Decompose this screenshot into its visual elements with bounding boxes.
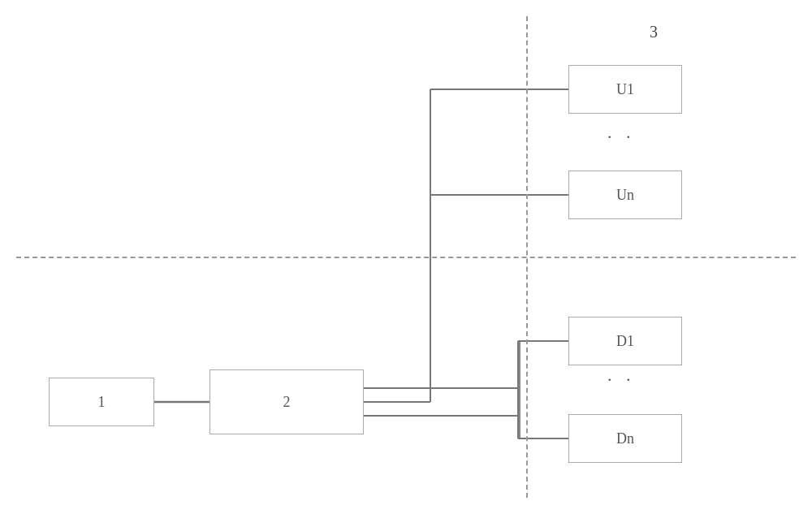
dots-top: · · bbox=[607, 127, 636, 148]
diagram-canvas: 3 1 2 U1 Un · · D1 · · Dn bbox=[0, 0, 812, 514]
node-label-d1: D1 bbox=[616, 333, 634, 350]
node-box-dn: Dn bbox=[568, 414, 682, 463]
node-box-un: Un bbox=[568, 171, 682, 219]
node-label-2: 2 bbox=[283, 394, 291, 411]
node-box-u1: U1 bbox=[568, 65, 682, 114]
group3-label: 3 bbox=[650, 23, 658, 41]
node-box-2: 2 bbox=[209, 369, 364, 434]
node-box-d1: D1 bbox=[568, 317, 682, 365]
horizontal-divider bbox=[16, 257, 796, 258]
node-label-u1: U1 bbox=[616, 81, 634, 98]
node-label-1: 1 bbox=[98, 394, 106, 411]
node-label-un: Un bbox=[616, 187, 634, 204]
node-box-1: 1 bbox=[49, 378, 154, 426]
dots-bottom: · · bbox=[607, 369, 636, 391]
node-label-dn: Dn bbox=[616, 430, 634, 447]
vertical-divider bbox=[526, 16, 528, 498]
